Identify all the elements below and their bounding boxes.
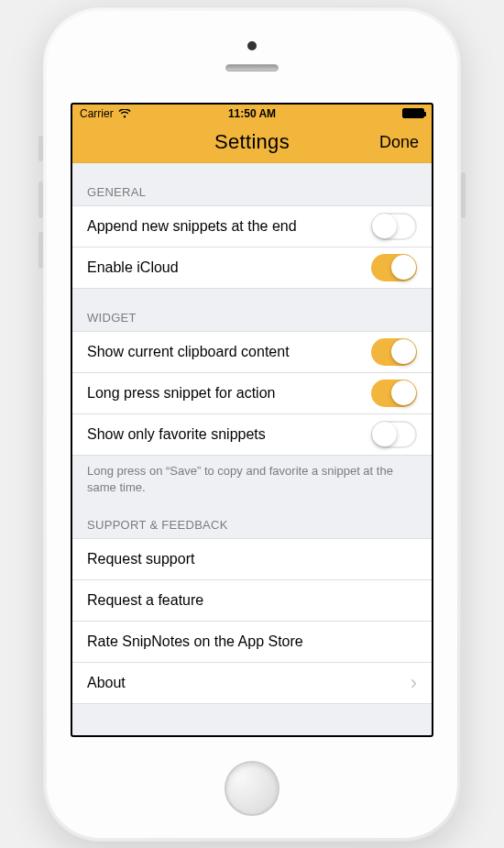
chevron-right-icon: ›	[411, 671, 417, 695]
screen: Carrier 11:50 AM Settings Done GENERAL	[71, 103, 433, 737]
volume-down-button	[38, 232, 43, 269]
home-button[interactable]	[225, 761, 279, 816]
toggle-favorite-only[interactable]	[371, 421, 417, 448]
battery-icon	[402, 108, 424, 118]
done-button[interactable]: Done	[379, 133, 419, 152]
volume-up-button	[38, 182, 43, 218]
toggle-long-press-action[interactable]	[371, 380, 417, 407]
row-request-feature[interactable]: Request a feature	[72, 580, 432, 622]
row-about[interactable]: About ›	[72, 663, 432, 704]
row-show-clipboard: Show current clipboard content	[72, 332, 432, 373]
row-rate-appstore[interactable]: Rate SnipNotes on the App Store	[72, 622, 432, 663]
section-header-widget: WIDGET	[72, 289, 432, 331]
wifi-icon	[118, 109, 131, 118]
silent-switch	[38, 136, 43, 161]
section-header-general: GENERAL	[72, 163, 432, 205]
toggle-show-clipboard[interactable]	[371, 338, 417, 366]
power-button	[461, 172, 466, 218]
row-label: Show current clipboard content	[87, 344, 371, 360]
row-label: About	[87, 675, 411, 691]
row-append-snippets: Append new snippets at the end	[72, 206, 432, 248]
status-bar: Carrier 11:50 AM	[72, 105, 432, 123]
carrier-label: Carrier	[80, 107, 114, 120]
section-header-support: SUPPORT & FEEDBACK	[72, 503, 432, 538]
section-footer-widget: Long press on “Save” to copy and favorit…	[72, 456, 432, 503]
row-label: Long press snippet for action	[87, 385, 371, 402]
settings-content[interactable]: GENERAL Append new snippets at the end E…	[72, 163, 432, 735]
row-label: Show only favorite snippets	[87, 426, 371, 443]
clock-label: 11:50 AM	[228, 107, 276, 120]
row-enable-icloud: Enable iCloud	[72, 248, 432, 289]
row-label: Append new snippets at the end	[87, 218, 371, 235]
row-label: Enable iCloud	[87, 259, 371, 276]
iphone-device-frame: Carrier 11:50 AM Settings Done GENERAL	[43, 7, 461, 842]
page-title: Settings	[214, 130, 290, 154]
row-label: Request support	[87, 551, 417, 567]
toggle-enable-icloud[interactable]	[371, 254, 417, 281]
front-camera	[247, 41, 257, 50]
earpiece-speaker	[225, 64, 279, 72]
row-label: Request a feature	[87, 592, 417, 609]
row-long-press-action: Long press snippet for action	[72, 373, 432, 414]
row-request-support[interactable]: Request support	[72, 539, 432, 580]
toggle-append-snippets[interactable]	[371, 213, 417, 240]
row-label: Rate SnipNotes on the App Store	[87, 633, 417, 650]
row-favorite-only: Show only favorite snippets	[72, 414, 432, 456]
navigation-bar: Settings Done	[72, 123, 432, 163]
